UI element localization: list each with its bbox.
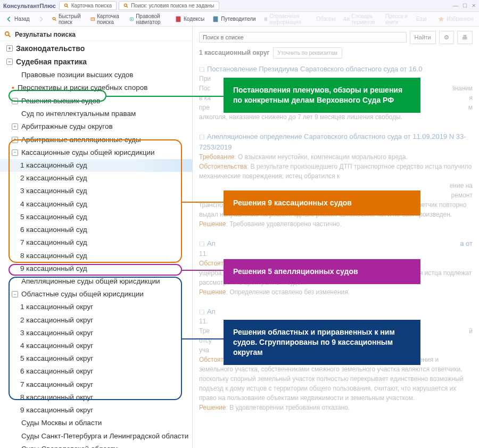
back-button[interactable]: Назад	[3, 14, 32, 24]
tree-okrug-7[interactable]: 7 кассационный округ	[0, 378, 192, 391]
tree-kass-5[interactable]: 5 кассационный суд	[0, 211, 192, 223]
results-header-label: Результаты поиска	[15, 31, 76, 38]
dictionary-button[interactable]: AaСловарь терминов	[341, 12, 379, 26]
forward-icon	[37, 15, 45, 23]
print-button[interactable]: 🖶	[457, 31, 473, 44]
codex-button[interactable]: Кодексы	[172, 14, 207, 24]
toolbar: Назад Быстрый поиск Карточка поиска Прав…	[0, 12, 479, 27]
callout-purple: Решения 5 апелляционных судов	[224, 259, 420, 284]
expand-icon[interactable]: +	[12, 137, 18, 143]
tree-kass-7[interactable]: 7 кассационный суд	[0, 236, 192, 249]
bullet-icon: •	[12, 83, 14, 93]
close-button[interactable]: ✕	[472, 3, 476, 9]
svg-line-1	[67, 6, 68, 7]
search-icon	[52, 15, 57, 23]
tree-moscow[interactable]: Суды Москвы и области	[0, 417, 192, 429]
tree-ip-court[interactable]: Суд по интеллектуальным правам	[0, 107, 192, 120]
breadcrumb: 1 кассационный округ	[199, 48, 270, 57]
reviews-button[interactable]: Обзоры	[314, 15, 337, 23]
tree-kass-8[interactable]: 8 кассационный суд	[0, 250, 192, 262]
svg-rect-11	[213, 16, 218, 22]
forward-button[interactable]	[35, 14, 47, 24]
doc-icon	[263, 15, 268, 23]
favorites-button[interactable]: Избранное	[435, 14, 476, 24]
tab-label: Карточка поиска	[71, 3, 112, 9]
svg-point-0	[64, 4, 67, 6]
tree-positions[interactable]: Правовые позиции высших судов	[0, 69, 192, 81]
tree-arb-appeal[interactable]: +Арбитражные апелляционные суды	[0, 134, 192, 146]
callout-blue: Решения областных и приравненных к ним с…	[224, 320, 420, 365]
tree-okrug-2[interactable]: 2 кассационный округ	[0, 314, 192, 327]
press-button[interactable]: Пресса и книги	[383, 12, 411, 26]
tree-sverdlovsk[interactable]: Суды Свердловской области	[0, 443, 192, 448]
tree-okrug-1[interactable]: 1 кассационный округ	[0, 301, 192, 313]
svg-line-3	[127, 6, 128, 7]
guide-icon	[212, 15, 219, 23]
tree-obl-general[interactable]: −Областные суды общей юрисдикции	[0, 288, 192, 301]
content-search-input[interactable]	[199, 32, 407, 43]
guides-button[interactable]: Путеводители	[210, 14, 258, 24]
book-icon	[175, 15, 182, 23]
compass-icon	[129, 15, 134, 23]
svg-point-2	[124, 4, 127, 6]
tree-kass-9[interactable]: 9 кассационный суд	[0, 262, 192, 275]
ref-info-button[interactable]: Справочная информация	[261, 12, 311, 26]
collapse-icon[interactable]: −	[12, 150, 18, 156]
find-button[interactable]: Найти	[410, 31, 436, 44]
tree-kass-4[interactable]: 4 кассационный суд	[0, 198, 192, 211]
titlebar: КонсультантПлюс Карточка поиска Поиск: у…	[0, 0, 479, 12]
expand-icon[interactable]: +	[12, 98, 18, 104]
content-search-row: Найти ⚙ 🖶	[199, 31, 473, 44]
quick-search-button[interactable]: Быстрый поиск	[50, 12, 86, 26]
tree-kass-general[interactable]: −Кассационные суды общей юрисдикции	[0, 146, 192, 159]
expand-icon[interactable]: +	[6, 45, 13, 52]
more-button[interactable]: Ещё	[414, 15, 429, 23]
tree-okrug-6[interactable]: 6 кассационный округ	[0, 365, 192, 378]
search-icon	[64, 3, 69, 9]
sidebar: Результаты поиска +Законодательство −Суд…	[0, 27, 193, 448]
tree-legislation[interactable]: +Законодательство	[0, 42, 192, 55]
tree-appeal-general[interactable]: Апелляционные суды общей юрисдикции	[0, 275, 192, 288]
results-header: Результаты поиска	[0, 29, 192, 41]
tab-search-empty[interactable]: Поиск: условия поиска не заданы	[119, 1, 219, 10]
collapse-icon[interactable]: −	[12, 291, 18, 297]
svg-rect-12	[264, 17, 267, 21]
search-icon	[4, 31, 12, 38]
tree-kass-1[interactable]: 1 кассационный суд	[0, 159, 192, 172]
tree-court-practice[interactable]: −Судебная практика	[0, 55, 192, 69]
tree-high-courts[interactable]: +Решения высших судов	[0, 95, 192, 107]
tab-label: Поиск: условия поиска не заданы	[131, 3, 214, 9]
tree: +Законодательство −Судебная практика Пра…	[0, 41, 192, 448]
back-icon	[5, 15, 13, 23]
minimize-button[interactable]: —	[453, 3, 458, 9]
star-icon	[437, 15, 445, 23]
navigator-button[interactable]: Правовой навигатор	[127, 12, 169, 26]
tree-kass-3[interactable]: 3 кассационный суд	[0, 185, 192, 197]
tree-spb[interactable]: Суды Санкт-Петербурга и Ленинградской об…	[0, 430, 192, 443]
search-icon	[123, 3, 129, 9]
card-icon	[90, 15, 95, 23]
callout-orange: Решения 9 кассационных судов	[224, 190, 420, 215]
expand-icon[interactable]: +	[12, 123, 18, 130]
tree-okrug-3[interactable]: 3 кассационный округ	[0, 327, 192, 339]
svg-rect-10	[176, 16, 181, 22]
tree-kass-6[interactable]: 6 кассационный суд	[0, 223, 192, 236]
svg-line-5	[55, 19, 56, 20]
maximize-button[interactable]: ☐	[463, 3, 467, 9]
clarify-button[interactable]: Уточнить по реквизитам	[273, 47, 342, 59]
tree-okrug-9[interactable]: 9 кассационный округ	[0, 404, 192, 417]
tree-kass-2[interactable]: 2 кассационный суд	[0, 172, 192, 185]
tree-perspectives[interactable]: •Перспективы и риски судебных споров	[0, 81, 192, 95]
svg-line-14	[9, 35, 11, 37]
tree-okrug-5[interactable]: 5 кассационный округ	[0, 352, 192, 365]
tab-card-search[interactable]: Карточка поиска	[59, 1, 117, 10]
card-search-button[interactable]: Карточка поиска	[88, 12, 124, 26]
svg-point-13	[5, 32, 9, 36]
tool-button[interactable]: ⚙	[439, 31, 454, 44]
tree-arb-okrug[interactable]: +Арбитражные суды округов	[0, 120, 192, 133]
svg-rect-6	[91, 18, 95, 20]
collapse-icon[interactable]: −	[6, 59, 13, 65]
tree-okrug-8[interactable]: 8 кассационный округ	[0, 391, 192, 404]
svg-point-4	[53, 17, 55, 20]
tree-okrug-4[interactable]: 4 кассационный округ	[0, 339, 192, 352]
